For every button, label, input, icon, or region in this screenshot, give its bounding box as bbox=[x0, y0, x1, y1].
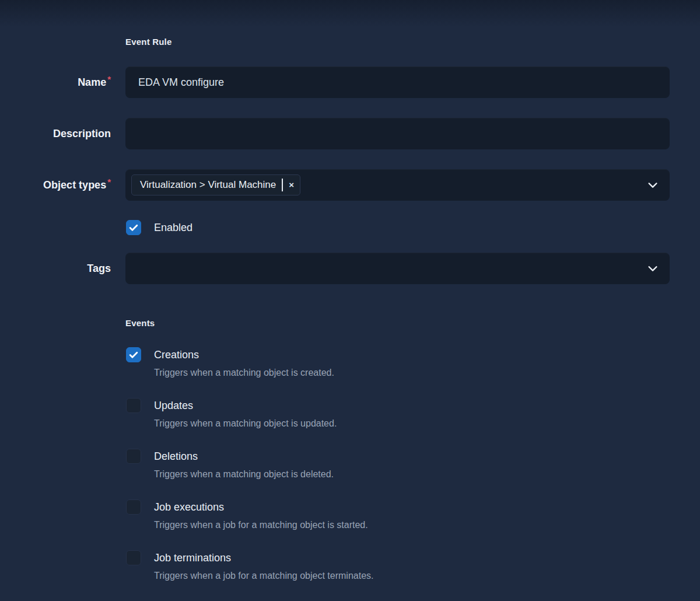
chevron-down-icon bbox=[646, 262, 659, 275]
name-input[interactable] bbox=[125, 67, 670, 98]
name-row: Name* bbox=[0, 67, 700, 98]
required-asterisk: * bbox=[107, 74, 111, 84]
tags-label: Tags bbox=[0, 262, 111, 275]
object-type-tag-label: Virtualization > Virtual Machine bbox=[140, 179, 276, 191]
object-types-select[interactable]: Virtualization > Virtual Machine × bbox=[125, 169, 670, 201]
enabled-checkbox[interactable] bbox=[126, 220, 141, 235]
updates-help-text: Triggers when a matching object is updat… bbox=[154, 418, 700, 429]
updates-label: Updates bbox=[154, 399, 193, 413]
chevron-down-icon bbox=[646, 179, 659, 191]
job-terminations-help-text: Triggers when a job for a matching objec… bbox=[154, 570, 700, 582]
event-item-job-terminations: Job terminations Triggers when a job for… bbox=[126, 550, 700, 582]
remove-tag-icon[interactable]: × bbox=[289, 180, 294, 190]
object-type-tag[interactable]: Virtualization > Virtual Machine × bbox=[131, 174, 300, 195]
deletions-label: Deletions bbox=[154, 449, 198, 463]
object-types-label: Object types* bbox=[0, 179, 111, 192]
event-item-creations: Creations Triggers when a matching objec… bbox=[126, 347, 700, 379]
job-executions-checkbox[interactable] bbox=[126, 499, 141, 515]
event-item-job-executions: Job executions Triggers when a job for a… bbox=[126, 499, 700, 531]
creations-help-text: Triggers when a matching object is creat… bbox=[154, 367, 700, 379]
checkmark-icon bbox=[128, 222, 139, 233]
updates-checkbox[interactable] bbox=[126, 398, 141, 413]
deletions-checkbox[interactable] bbox=[126, 449, 141, 464]
event-item-deletions: Deletions Triggers when a matching objec… bbox=[126, 449, 700, 480]
deletions-help-text: Triggers when a matching object is delet… bbox=[154, 469, 700, 480]
text-cursor bbox=[282, 179, 283, 191]
section-title-event-rule: Event Rule bbox=[125, 36, 700, 48]
required-asterisk: * bbox=[107, 177, 111, 187]
description-label: Description bbox=[0, 127, 111, 140]
creations-checkbox[interactable] bbox=[126, 347, 141, 362]
job-terminations-label: Job terminations bbox=[154, 551, 231, 565]
enabled-label: Enabled bbox=[154, 221, 192, 235]
event-item-updates: Updates Triggers when a matching object … bbox=[126, 398, 700, 429]
job-executions-label: Job executions bbox=[154, 500, 224, 514]
event-rule-form: Event Rule Name* Description Object type… bbox=[0, 0, 700, 582]
name-label: Name* bbox=[0, 76, 111, 89]
creations-label: Creations bbox=[154, 348, 199, 362]
object-types-row: Object types* Virtualization > Virtual M… bbox=[0, 169, 700, 201]
tags-select[interactable] bbox=[125, 253, 670, 284]
job-terminations-checkbox[interactable] bbox=[126, 550, 141, 565]
checkmark-icon bbox=[128, 349, 139, 361]
enabled-row: Enabled bbox=[126, 220, 700, 235]
description-input[interactable] bbox=[125, 118, 670, 149]
job-executions-help-text: Triggers when a job for a matching objec… bbox=[154, 519, 700, 531]
section-title-events: Events bbox=[125, 317, 700, 329]
tags-row: Tags bbox=[0, 253, 700, 284]
description-row: Description bbox=[0, 118, 700, 149]
